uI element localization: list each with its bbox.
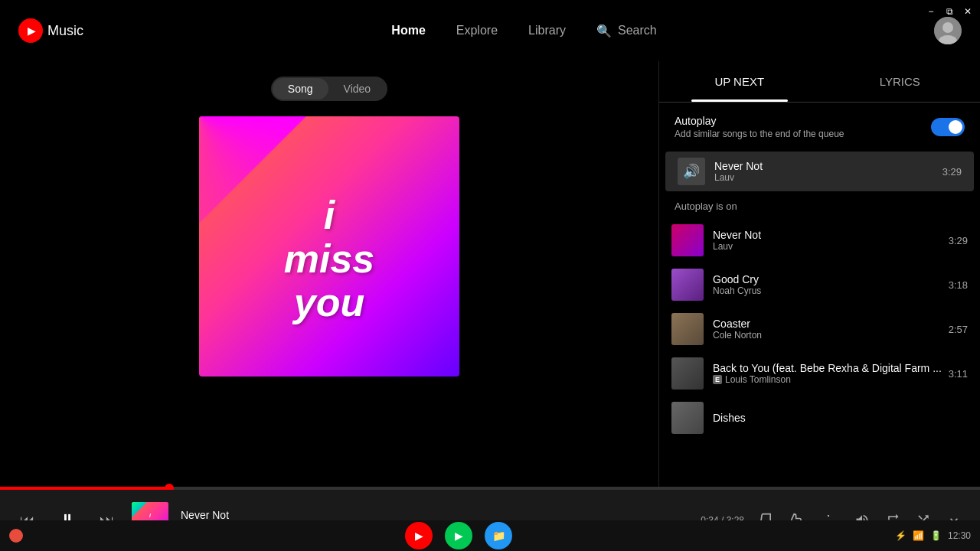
main-nav: Home Explore Library 🔍 Search — [129, 24, 919, 38]
right-panel-tabs: UP NEXT LYRICS — [659, 61, 980, 103]
search-area[interactable]: 🔍 Search — [596, 24, 657, 38]
queue-duration: 3:11 — [949, 368, 968, 380]
queue-item[interactable]: Coaster Cole Norton 2:57 — [659, 307, 980, 351]
taskbar-battery-icon: 🔋 — [930, 530, 942, 541]
queue-item[interactable]: Good Cry Noah Cyrus 3:18 — [659, 262, 980, 307]
album-art: i miss you — [199, 116, 459, 377]
queue-title: Coaster — [713, 318, 942, 330]
queue-info: Coaster Cole Norton — [713, 318, 942, 341]
taskbar-left — [9, 529, 23, 543]
queue-thumb — [671, 402, 704, 434]
nav-library[interactable]: Library — [528, 24, 566, 37]
svg-point-1 — [942, 22, 953, 33]
taskbar-wifi-icon: 📶 — [913, 530, 924, 541]
view-toggle: Song Video — [271, 77, 387, 101]
system-taskbar: ▶ ▶ 📁 ⚡ 📶 🔋 12:30 — [0, 520, 980, 551]
title-bar: − ⧉ ✕ — [873, 0, 980, 23]
song-tab[interactable]: Song — [273, 78, 328, 99]
minimize-button[interactable]: − — [925, 5, 937, 18]
search-icon: 🔍 — [596, 24, 612, 38]
queue-duration: 2:57 — [949, 324, 968, 335]
queue-item[interactable]: Never Not Lauv 3:29 — [659, 218, 980, 262]
taskbar-center: ▶ ▶ 📁 — [405, 522, 512, 549]
queue-artist: Lauv — [713, 241, 942, 252]
taskbar-right: ⚡ 📶 🔋 12:30 — [895, 530, 971, 541]
close-button[interactable]: ✕ — [962, 5, 974, 18]
autoplay-row: Autoplay Add similar songs to the end of… — [659, 103, 980, 152]
queue-item[interactable]: Back to You (feat. Bebe Rexha & Digital … — [659, 351, 980, 396]
queue-thumb — [671, 224, 704, 256]
now-playing-duration: 3:29 — [942, 166, 962, 178]
queue-info: Good Cry Noah Cyrus — [713, 273, 942, 296]
queue-artist: E Louis Tomlinson — [713, 374, 942, 385]
autoplay-text: Autoplay Add similar songs to the end of… — [675, 115, 844, 139]
player-song-title: Never Not — [181, 509, 688, 521]
now-playing-title: Never Not — [714, 160, 942, 172]
autoplay-on-label: Autoplay is on — [659, 191, 980, 218]
nav-explore[interactable]: Explore — [456, 24, 498, 37]
queue-artist: Cole Norton — [713, 330, 942, 341]
now-playing-row[interactable]: 🔊 Never Not Lauv 3:29 — [665, 152, 974, 191]
taskbar-time: 12:30 — [948, 530, 971, 541]
now-playing-icon: 🔊 — [678, 158, 705, 185]
left-panel: Song Video i miss you — [0, 61, 658, 490]
speaker-icon: 🔊 — [683, 163, 700, 180]
album-art-container: i miss you — [199, 116, 459, 377]
taskbar-files-icon[interactable]: 📁 — [485, 522, 512, 549]
now-playing-artist: Lauv — [714, 172, 942, 183]
queue-info: Back to You (feat. Bebe Rexha & Digital … — [713, 362, 942, 385]
queue-title: Good Cry — [713, 273, 942, 285]
queue-info: Never Not Lauv — [713, 229, 942, 252]
queue-thumb — [671, 269, 704, 301]
nav-home[interactable]: Home — [391, 24, 425, 37]
maximize-button[interactable]: ⧉ — [943, 5, 956, 18]
logo[interactable]: Music — [18, 18, 83, 43]
now-playing-info: Never Not Lauv — [714, 160, 942, 183]
album-art-background: i miss you — [199, 116, 459, 377]
right-panel: UP NEXT LYRICS Autoplay Add similar song… — [658, 61, 980, 490]
queue-item[interactable]: Dishes — [659, 396, 980, 440]
album-art-text: i miss you — [284, 194, 375, 325]
taskbar-dot — [9, 529, 23, 543]
queue-info: Dishes — [713, 412, 962, 424]
video-tab[interactable]: Video — [328, 78, 387, 99]
queue-duration: 3:29 — [949, 235, 968, 246]
autoplay-toggle[interactable] — [931, 118, 965, 136]
header: Music Home Explore Library 🔍 Search — [0, 0, 980, 61]
tab-up-next[interactable]: UP NEXT — [659, 61, 820, 102]
autoplay-title: Autoplay — [675, 115, 844, 127]
autoplay-desc: Add similar songs to the end of the queu… — [675, 129, 844, 139]
logo-text: Music — [47, 23, 83, 39]
queue-title: Back to You (feat. Bebe Rexha & Digital … — [713, 362, 942, 374]
yt-music-logo-icon — [18, 18, 43, 43]
taskbar-flash-icon: ⚡ — [895, 530, 906, 541]
queue-thumb — [671, 313, 704, 345]
explicit-badge: E — [713, 375, 722, 384]
taskbar-play-icon[interactable]: ▶ — [445, 522, 472, 549]
queue-thumb — [671, 357, 704, 390]
taskbar-yt-icon[interactable]: ▶ — [405, 522, 433, 549]
queue-duration: 3:18 — [949, 279, 968, 291]
queue-title: Dishes — [713, 412, 962, 424]
tab-lyrics[interactable]: LYRICS — [820, 61, 981, 102]
queue-artist: Noah Cyrus — [713, 285, 942, 296]
queue-list: Never Not Lauv 3:29 Good Cry Noah Cyrus … — [659, 218, 980, 490]
queue-title: Never Not — [713, 229, 942, 241]
search-label[interactable]: Search — [618, 24, 657, 37]
